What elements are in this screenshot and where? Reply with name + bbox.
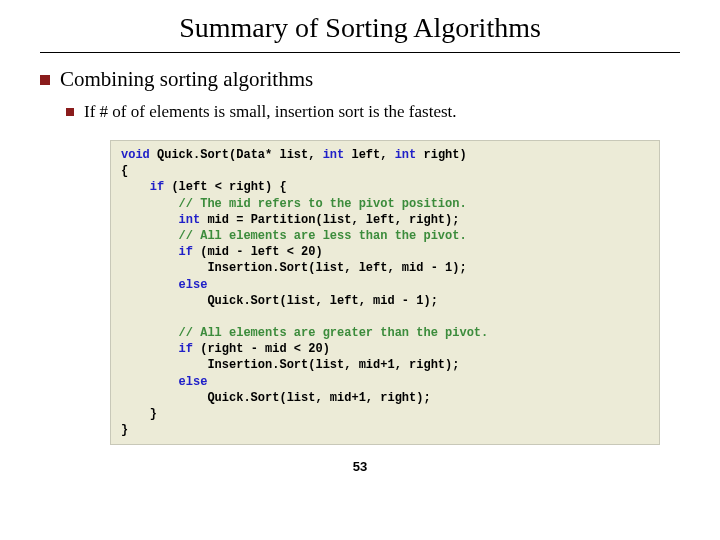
title-divider [40, 52, 680, 53]
bullet-square-icon [66, 108, 74, 116]
code-comment: // All elements are less than the pivot. [179, 229, 467, 243]
code-text: Quick.Sort(list, left, mid - 1); [121, 294, 438, 308]
code-text [121, 197, 179, 211]
code-text [121, 180, 150, 194]
code-keyword: int [179, 213, 201, 227]
code-keyword: int [323, 148, 345, 162]
code-keyword: int [395, 148, 417, 162]
slide: Summary of Sorting Algorithms Combining … [0, 0, 720, 474]
code-text: } [121, 407, 157, 421]
code-comment: // The mid refers to the pivot position. [179, 197, 467, 211]
code-text: Quick.Sort(Data* list, [150, 148, 323, 162]
bullet-level1: Combining sorting algorithms [40, 67, 680, 92]
bullet-level2-text: If # of of elements is small, insertion … [84, 102, 457, 122]
code-text [121, 213, 179, 227]
code-text [121, 229, 179, 243]
code-text: mid = Partition(list, left, right); [200, 213, 459, 227]
code-keyword: else [179, 278, 208, 292]
code-keyword: if [179, 245, 193, 259]
code-text: Quick.Sort(list, mid+1, right); [121, 391, 431, 405]
bullet-square-icon [40, 75, 50, 85]
code-text [121, 326, 179, 340]
code-keyword: void [121, 148, 150, 162]
code-comment: // All elements are greater than the piv… [179, 326, 489, 340]
code-text: { [121, 164, 128, 178]
code-text [121, 278, 179, 292]
code-text [121, 342, 179, 356]
code-keyword: else [179, 375, 208, 389]
slide-title: Summary of Sorting Algorithms [40, 12, 680, 44]
bullet-level1-text: Combining sorting algorithms [60, 67, 313, 92]
code-text: Insertion.Sort(list, mid+1, right); [121, 358, 459, 372]
code-text: (mid - left < 20) [193, 245, 323, 259]
code-text: right) [416, 148, 466, 162]
code-text: (right - mid < 20) [193, 342, 330, 356]
code-block: void Quick.Sort(Data* list, int left, in… [110, 140, 660, 445]
code-text: } [121, 423, 128, 437]
code-text: Insertion.Sort(list, left, mid - 1); [121, 261, 467, 275]
page-number: 53 [40, 459, 680, 474]
code-text [121, 245, 179, 259]
code-text: left, [344, 148, 394, 162]
code-keyword: if [179, 342, 193, 356]
code-text: (left < right) { [164, 180, 286, 194]
code-keyword: if [150, 180, 164, 194]
code-text [121, 375, 179, 389]
bullet-level2: If # of of elements is small, insertion … [66, 102, 680, 122]
